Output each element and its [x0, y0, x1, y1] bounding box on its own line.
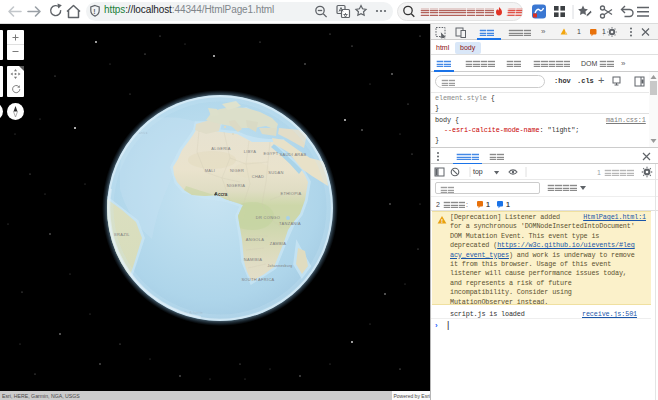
svg-text:SOUTH AFRICA: SOUTH AFRICA — [241, 277, 274, 282]
svg-text:ZAMBIA: ZAMBIA — [270, 241, 287, 246]
svg-text:EGYPT: EGYPT — [263, 151, 278, 156]
svg-text:NIGERIA: NIGERIA — [227, 183, 246, 188]
svg-text:ETHIOPIA: ETHIOPIA — [280, 191, 301, 196]
svg-text:!: ! — [93, 8, 95, 15]
svg-text:NIGER: NIGER — [230, 168, 244, 173]
svg-text:SAUDI ARAB: SAUDI ARAB — [279, 152, 306, 157]
svg-text:ALGERIA: ALGERIA — [211, 146, 230, 151]
svg-text:CHAD: CHAD — [252, 174, 265, 179]
svg-text:LIBYA: LIBYA — [244, 149, 257, 154]
svg-text:Johannesburg: Johannesburg — [267, 264, 292, 268]
svg-text:SUDAN: SUDAN — [268, 170, 284, 175]
svg-text:DR CONGO: DR CONGO — [256, 215, 280, 220]
svg-text:NAMIBIA: NAMIBIA — [244, 257, 263, 262]
svg-text:!: ! — [441, 218, 443, 224]
svg-text:ANGOLA: ANGOLA — [246, 237, 265, 242]
svg-text:MALI: MALI — [205, 168, 216, 173]
svg-text:TANZANIA: TANZANIA — [279, 221, 301, 226]
